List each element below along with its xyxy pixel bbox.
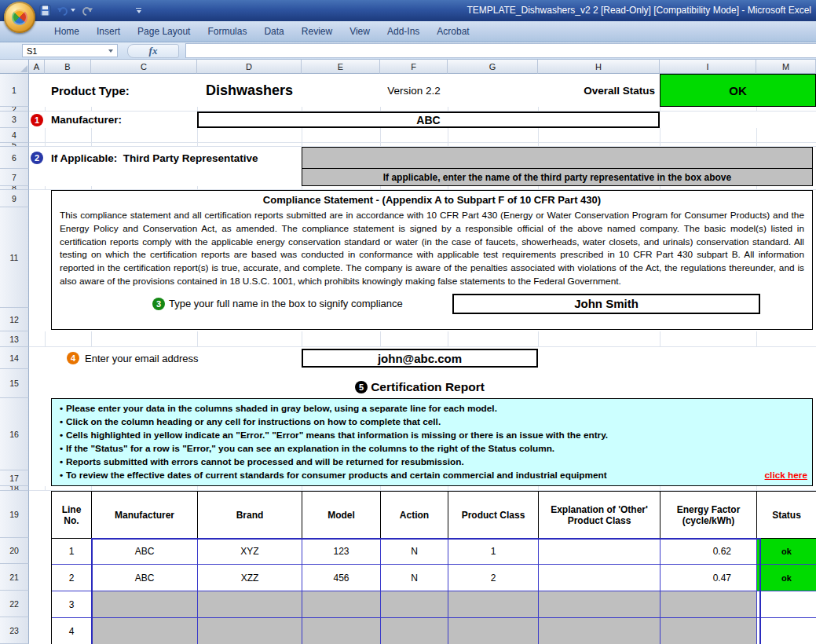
column-header-c[interactable]: C (91, 60, 197, 74)
table-header-energy-factor[interactable]: Energy Factor (cycle/kWh) (660, 492, 757, 539)
formula-input[interactable] (185, 43, 816, 58)
email-input[interactable]: john@abc.com (302, 349, 538, 368)
cell-manufacturer[interactable] (92, 618, 198, 644)
table-header-brand[interactable]: Brand (198, 492, 302, 539)
cell-model[interactable]: 123 (302, 539, 381, 565)
cell-brand[interactable]: XZZ (198, 565, 302, 591)
quick-access-toolbar (39, 3, 141, 17)
column-header-f[interactable]: F (380, 60, 448, 74)
row-header-21[interactable]: 21 (0, 564, 29, 591)
ribbon-tab-add-ins[interactable]: Add-Ins (379, 22, 428, 41)
row-header-3[interactable]: 3 (0, 112, 29, 128)
manufacturer-label: Manufacturer: (45, 112, 197, 128)
bullet-icon (57, 402, 66, 415)
row-header-6[interactable]: 6 (0, 147, 29, 169)
row-header-9[interactable]: 9 (0, 190, 29, 207)
ribbon-tab-formulas[interactable]: Formulas (199, 22, 255, 41)
cell-energy-factor[interactable] (660, 618, 757, 644)
row-header-7[interactable]: 7 (0, 169, 29, 186)
save-button[interactable] (39, 3, 51, 17)
column-header-i[interactable]: I (660, 60, 756, 74)
column-header-m[interactable]: M (756, 60, 816, 74)
column-header-e[interactable]: E (302, 60, 380, 74)
compliance-statement-box: Compliance Statement - (Appendix A to Su… (51, 190, 813, 330)
manufacturer-input[interactable]: ABC (197, 112, 660, 128)
row-header-13[interactable]: 13 (0, 331, 29, 347)
cell-explanation[interactable] (539, 539, 660, 565)
cell-manufacturer[interactable]: ABC (92, 539, 198, 565)
cell-product-class[interactable]: 1 (448, 539, 539, 565)
cell-brand[interactable] (198, 618, 302, 644)
table-header-explanation[interactable]: Explanation of 'Other' Product Class (539, 492, 660, 539)
click-here-link[interactable]: click here (759, 469, 807, 482)
ribbon-tab-page-layout[interactable]: Page Layout (129, 22, 199, 41)
row-header-1[interactable]: 1 (0, 74, 29, 107)
column-header-g[interactable]: G (448, 60, 538, 74)
cell-energy-factor[interactable]: 0.62 (660, 539, 757, 565)
ribbon-tab-insert[interactable]: Insert (88, 22, 129, 41)
redo-button[interactable] (81, 3, 93, 17)
table-header-line-no[interactable]: Line No. (52, 492, 92, 539)
column-header-h[interactable]: H (538, 60, 660, 74)
customize-qat-button[interactable] (135, 8, 141, 13)
ribbon-tab-review[interactable]: Review (293, 22, 341, 41)
cell-action[interactable] (381, 591, 448, 618)
cell-energy-factor[interactable]: 0.47 (660, 565, 757, 591)
cell-product-class[interactable]: 2 (448, 565, 539, 591)
cell-action[interactable]: N (381, 539, 448, 565)
cell-product-class[interactable] (448, 618, 539, 644)
cell-explanation[interactable] (539, 565, 660, 591)
ribbon-tab-data[interactable]: Data (255, 22, 292, 41)
row-header-12[interactable]: 12 (0, 308, 29, 331)
title-bar: TEMPLATE_Dishwashers_v2 2 [Read-Only] [C… (0, 0, 816, 21)
row-header-20[interactable]: 20 (0, 538, 29, 564)
row-header-22[interactable]: 22 (0, 591, 29, 617)
cell-model[interactable]: 456 (302, 565, 381, 591)
table-header-manufacturer[interactable]: Manufacturer (92, 492, 198, 539)
cell-brand[interactable] (198, 591, 302, 618)
cell-energy-factor[interactable] (660, 591, 757, 618)
row-header-14[interactable]: 14 (0, 347, 29, 369)
ribbon-tab-acrobat[interactable]: Acrobat (428, 22, 478, 41)
row-header-17[interactable]: 17 (0, 470, 29, 486)
cell-manufacturer[interactable] (92, 591, 198, 618)
table-header-action[interactable]: Action (381, 492, 448, 539)
cell-explanation[interactable] (539, 591, 660, 618)
cell-model[interactable] (302, 591, 381, 618)
cell-line-no: 2 (52, 565, 92, 591)
third-party-input[interactable] (302, 147, 813, 169)
undo-button[interactable] (57, 3, 75, 17)
cell-product-class[interactable] (448, 591, 539, 618)
cell-brand[interactable]: XYZ (198, 539, 302, 565)
cell-action[interactable] (381, 618, 448, 644)
row-header-19[interactable]: 19 (0, 491, 29, 538)
insert-function-button[interactable]: fx (127, 44, 179, 58)
table-header-product-class[interactable]: Product Class (448, 492, 539, 539)
row-header-11[interactable]: 11 (0, 207, 29, 308)
column-header-b[interactable]: B (45, 60, 91, 74)
cell-model[interactable] (302, 618, 381, 644)
cell-action[interactable]: N (381, 565, 448, 591)
column-header-d[interactable]: D (197, 60, 302, 74)
cell-manufacturer[interactable]: ABC (92, 565, 198, 591)
instruction-text: Please enter your data in the columns sh… (66, 402, 497, 415)
row-header-4[interactable]: 4 (0, 128, 29, 143)
table-header-model[interactable]: Model (302, 492, 381, 539)
column-header-a[interactable]: A (29, 60, 45, 74)
instruction-text: To review the effective dates of current… (66, 469, 607, 482)
cell-status (757, 591, 816, 618)
instruction-text: Click on the column heading or any cell … (66, 415, 441, 429)
ribbon-tab-strip: Home Insert Page Layout Formulas Data Re… (0, 21, 816, 42)
office-button[interactable] (4, 2, 35, 33)
instruction-text: If the "Status" for a row is "Error," yo… (66, 442, 554, 456)
table-header-status[interactable]: Status (757, 492, 816, 539)
row-header-15[interactable]: 15 (0, 369, 29, 398)
ribbon-tab-view[interactable]: View (341, 22, 379, 41)
signature-input[interactable]: John Smith (452, 294, 760, 314)
row-header-16[interactable]: 16 (0, 398, 29, 470)
row-header-23[interactable]: 23 (0, 617, 29, 644)
ribbon-tab-home[interactable]: Home (46, 22, 88, 41)
select-all-corner[interactable] (0, 60, 29, 74)
cell-explanation[interactable] (539, 618, 660, 644)
name-box[interactable]: S1 (22, 44, 118, 57)
